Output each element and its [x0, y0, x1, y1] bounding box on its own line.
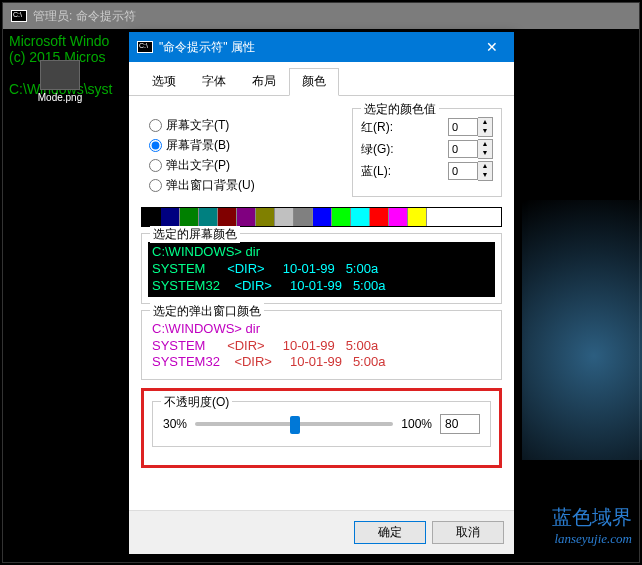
radio-popup-bg[interactable]: 弹出窗口背景(U) [149, 177, 334, 194]
palette-swatch[interactable] [275, 208, 294, 226]
palette-swatch[interactable] [256, 208, 275, 226]
tab-font[interactable]: 字体 [189, 68, 239, 95]
palette-swatch[interactable] [142, 208, 161, 226]
opacity-fieldset: 不透明度(O) 30% 100% [152, 401, 491, 447]
close-button[interactable]: ✕ [469, 32, 514, 62]
opacity-max: 100% [401, 417, 432, 431]
file-thumbnail-icon [40, 60, 80, 90]
rgb-legend: 选定的颜色值 [361, 101, 439, 118]
opacity-min: 30% [163, 417, 187, 431]
g-input[interactable] [448, 140, 478, 158]
palette-swatch[interactable] [294, 208, 313, 226]
popup-preview-sample: C:\WINDOWS> dir SYSTEM <DIR> 10-01-99 5:… [148, 319, 495, 374]
slider-thumb-icon[interactable] [290, 416, 300, 434]
palette-swatch[interactable] [218, 208, 237, 226]
tab-colors[interactable]: 颜色 [289, 68, 339, 96]
palette-swatch[interactable] [161, 208, 180, 226]
palette-swatch[interactable] [237, 208, 256, 226]
b-input[interactable] [448, 162, 478, 180]
g-up-icon[interactable]: ▲ [478, 140, 492, 149]
palette-swatch[interactable] [351, 208, 370, 226]
tab-layout[interactable]: 布局 [239, 68, 289, 95]
b-label: 蓝(L): [361, 163, 391, 180]
dialog-footer: 确定 取消 [129, 510, 514, 554]
ok-button[interactable]: 确定 [354, 521, 426, 544]
rgb-fieldset: 选定的颜色值 红(R): ▲▼ 绿(G): ▲▼ 蓝(L): ▲▼ [352, 108, 502, 197]
b-up-icon[interactable]: ▲ [478, 162, 492, 171]
palette-swatch[interactable] [332, 208, 351, 226]
properties-dialog: "命令提示符" 属性 ✕ 选项 字体 布局 颜色 屏幕文字(T) 屏幕背景(B)… [129, 32, 514, 554]
cmd-title: 管理员: 命令提示符 [33, 8, 136, 25]
r-up-icon[interactable]: ▲ [478, 118, 492, 127]
r-down-icon[interactable]: ▼ [478, 127, 492, 136]
cancel-button[interactable]: 取消 [432, 521, 504, 544]
screen-preview-sample: C:\WINDOWS> dir SYSTEM <DIR> 10-01-99 5:… [148, 242, 495, 297]
popup-preview: 选定的弹出窗口颜色 C:\WINDOWS> dir SYSTEM <DIR> 1… [141, 310, 502, 381]
g-down-icon[interactable]: ▼ [478, 149, 492, 158]
color-target-radios: 屏幕文字(T) 屏幕背景(B) 弹出文字(P) 弹出窗口背景(U) [141, 108, 334, 197]
radio-popup-text[interactable]: 弹出文字(P) [149, 157, 334, 174]
palette-swatch[interactable] [408, 208, 427, 226]
tab-options[interactable]: 选项 [139, 68, 189, 95]
dialog-title: "命令提示符" 属性 [159, 39, 255, 56]
opacity-input[interactable] [440, 414, 480, 434]
dialog-body: 屏幕文字(T) 屏幕背景(B) 弹出文字(P) 弹出窗口背景(U) 选定的颜色值… [129, 96, 514, 510]
wallpaper-gradient [522, 200, 642, 460]
cmd-icon [137, 41, 153, 53]
file-label: Mode.png [38, 92, 82, 103]
tab-strip: 选项 字体 布局 颜色 [129, 62, 514, 96]
close-icon: ✕ [486, 39, 498, 55]
radio-screen-text[interactable]: 屏幕文字(T) [149, 117, 334, 134]
screen-preview: 选定的屏幕颜色 C:\WINDOWS> dir SYSTEM <DIR> 10-… [141, 233, 502, 304]
color-palette [141, 207, 502, 227]
palette-swatch[interactable] [370, 208, 389, 226]
b-down-icon[interactable]: ▼ [478, 171, 492, 180]
opacity-highlight: 不透明度(O) 30% 100% [141, 388, 502, 468]
palette-swatch[interactable] [313, 208, 332, 226]
palette-swatch[interactable] [389, 208, 408, 226]
radio-screen-bg[interactable]: 屏幕背景(B) [149, 137, 334, 154]
watermark: 蓝色域界 lanseyujie.com [552, 504, 632, 547]
g-label: 绿(G): [361, 141, 394, 158]
palette-swatch[interactable] [427, 208, 446, 226]
desktop-file[interactable]: Mode.png [30, 60, 90, 103]
cmd-icon [11, 10, 27, 22]
palette-swatch[interactable] [180, 208, 199, 226]
r-input[interactable] [448, 118, 478, 136]
cmd-titlebar: 管理员: 命令提示符 [3, 3, 639, 29]
opacity-slider[interactable] [195, 422, 393, 426]
palette-swatch[interactable] [199, 208, 218, 226]
dialog-titlebar[interactable]: "命令提示符" 属性 ✕ [129, 32, 514, 62]
r-label: 红(R): [361, 119, 393, 136]
